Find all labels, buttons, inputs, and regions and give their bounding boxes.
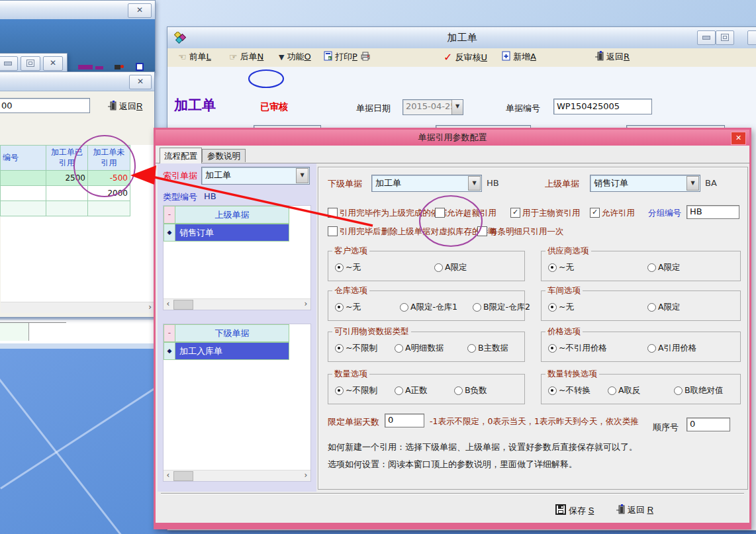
list-item[interactable]: ◆ 销售订单 bbox=[164, 224, 310, 242]
radio-label[interactable]: A限定 bbox=[445, 262, 467, 273]
scrollbar-thumb[interactable] bbox=[173, 471, 193, 481]
checkbox-ref-once-per-line[interactable] bbox=[477, 226, 487, 236]
scroll-right-icon[interactable]: › bbox=[301, 299, 310, 310]
column-header[interactable]: 加工单已引用 bbox=[46, 146, 88, 171]
radio-label[interactable]: A明细数据 bbox=[405, 343, 444, 354]
radio-option[interactable] bbox=[434, 263, 443, 272]
radio-label[interactable]: A限定-仓库1 bbox=[410, 302, 457, 313]
radio-option[interactable] bbox=[335, 386, 344, 395]
radio-option[interactable] bbox=[335, 344, 344, 353]
radio-option[interactable] bbox=[400, 303, 408, 312]
table-row[interactable] bbox=[1, 201, 130, 216]
close-icon[interactable]: ✕ bbox=[129, 75, 152, 89]
return-button[interactable]: 返回 R bbox=[612, 504, 657, 517]
radio-label[interactable]: A限定 bbox=[658, 302, 681, 313]
checkbox-label[interactable]: 用于主物资引用 bbox=[522, 208, 581, 219]
sequence-input[interactable]: 0 bbox=[686, 418, 730, 431]
radio-option[interactable] bbox=[454, 386, 463, 395]
radio-option[interactable] bbox=[548, 386, 557, 395]
radio-label[interactable]: ~无 bbox=[559, 262, 574, 273]
radio-label[interactable]: B限定-仓库2 bbox=[483, 302, 530, 313]
scroll-right-icon[interactable]: › bbox=[301, 470, 310, 481]
checkbox-main-material-ref[interactable]: ✓ bbox=[510, 208, 520, 218]
minimize-icon[interactable] bbox=[697, 30, 716, 45]
unaudit-button[interactable]: ✓ 反审核U bbox=[444, 51, 487, 64]
list-item[interactable]: ◆ 加工入库单 bbox=[164, 342, 310, 360]
radio-label[interactable]: A限定 bbox=[658, 262, 681, 273]
radio-label[interactable]: ~不引用价格 bbox=[559, 343, 607, 354]
radio-label[interactable]: A取反 bbox=[618, 385, 641, 396]
amount-input[interactable]: 00 bbox=[0, 98, 90, 113]
table-row[interactable]: 2000 bbox=[1, 186, 130, 201]
radio-label[interactable]: A正数 bbox=[405, 385, 428, 396]
column-header[interactable]: 编号 bbox=[1, 146, 46, 171]
radio-option[interactable] bbox=[674, 386, 683, 395]
radio-label[interactable]: ~无 bbox=[346, 302, 361, 313]
horizontal-scrollbar[interactable]: › bbox=[1, 302, 154, 313]
radio-option[interactable] bbox=[548, 263, 557, 272]
radio-label[interactable]: ~不转换 bbox=[559, 385, 591, 396]
close-icon[interactable]: ✕ bbox=[43, 56, 63, 71]
radio-option[interactable] bbox=[647, 303, 656, 312]
return-button[interactable]: 返回R bbox=[104, 100, 146, 113]
radio-label[interactable]: B取绝对值 bbox=[685, 385, 724, 396]
radio-option[interactable] bbox=[608, 386, 616, 395]
next-doc-button[interactable]: ☞ 后单N bbox=[229, 51, 263, 63]
chevron-down-icon[interactable]: ▼ bbox=[451, 100, 463, 114]
radio-option[interactable] bbox=[647, 263, 656, 272]
scrollbar-thumb[interactable] bbox=[173, 300, 193, 310]
horizontal-scrollbar[interactable]: ‹ › bbox=[164, 470, 310, 481]
prev-doc-button[interactable]: ☜ 前单L bbox=[178, 51, 211, 63]
checkbox-label[interactable]: 引用完毕作为上级完成的依据 bbox=[340, 208, 448, 219]
checkbox-allow-ref[interactable]: ✓ bbox=[590, 208, 600, 218]
upper-doc-item[interactable]: 销售订单 bbox=[175, 224, 289, 242]
checkbox-label[interactable]: 每条明细只引用一次 bbox=[489, 226, 564, 238]
checkbox-ref-complete-basis[interactable] bbox=[328, 208, 338, 218]
radio-option[interactable] bbox=[473, 303, 481, 312]
print-button[interactable]: 打印P bbox=[324, 51, 371, 63]
checkbox-label[interactable]: 允许引用 bbox=[602, 208, 635, 219]
column-header[interactable]: 加工单未引用 bbox=[88, 146, 130, 171]
radio-option[interactable] bbox=[395, 386, 403, 395]
scroll-left-icon[interactable]: ‹ bbox=[164, 299, 173, 310]
group-no-input[interactable]: HB bbox=[686, 205, 739, 219]
radio-label[interactable]: ~不限制 bbox=[346, 343, 377, 354]
close-icon[interactable]: ✕ bbox=[128, 3, 152, 18]
checkbox-label[interactable]: 引用完毕后删除上级单据对虚拟库存的影响 bbox=[340, 226, 497, 238]
return-button[interactable]: 返回R bbox=[595, 51, 630, 63]
radio-option[interactable] bbox=[395, 344, 403, 353]
scroll-left-icon[interactable]: ‹ bbox=[164, 470, 173, 481]
minimize-icon[interactable] bbox=[0, 56, 18, 71]
collapse-cell[interactable]: - bbox=[164, 324, 175, 342]
chevron-down-icon[interactable]: ▼ bbox=[296, 168, 308, 183]
checkbox-allow-excess-ref[interactable] bbox=[435, 208, 445, 218]
scroll-right-icon[interactable]: › bbox=[148, 302, 152, 312]
radio-label[interactable]: ~无 bbox=[559, 302, 574, 313]
dialog-titlebar[interactable]: 单据引用参数配置 bbox=[156, 130, 749, 146]
radio-label[interactable]: B负数 bbox=[465, 385, 487, 396]
radio-label[interactable]: A引用价格 bbox=[658, 343, 697, 354]
radio-option[interactable] bbox=[548, 344, 557, 353]
radio-option[interactable] bbox=[335, 303, 344, 312]
collapse-cell[interactable]: - bbox=[164, 206, 175, 224]
doc-no-input[interactable]: WP150425005 bbox=[553, 99, 652, 114]
function-menu-button[interactable]: ▼ 功能O bbox=[279, 51, 311, 63]
checkbox-label[interactable]: 允许超额引用 bbox=[447, 208, 496, 219]
date-dropdown[interactable]: 2015-04-25 ▼ bbox=[402, 99, 463, 115]
chevron-down-icon[interactable]: ▼ bbox=[686, 176, 699, 191]
add-new-button[interactable]: 新增A bbox=[502, 51, 536, 63]
radio-label[interactable]: B主数据 bbox=[478, 343, 508, 354]
radio-label[interactable]: ~无 bbox=[346, 262, 361, 273]
close-icon[interactable]: ✕ bbox=[731, 132, 746, 145]
printer-icon[interactable] bbox=[360, 52, 371, 63]
radio-label[interactable]: ~不限制 bbox=[346, 385, 377, 396]
table-row[interactable]: 2500 -500 bbox=[1, 171, 130, 186]
radio-option[interactable] bbox=[467, 344, 476, 353]
limit-days-input[interactable]: 0 bbox=[385, 414, 424, 427]
save-button[interactable]: 保存 S bbox=[551, 504, 598, 517]
radio-option[interactable] bbox=[335, 263, 344, 272]
restore-icon[interactable] bbox=[716, 30, 734, 45]
upper-doc-select[interactable]: 销售订单 ▼ bbox=[590, 175, 700, 192]
lower-doc-select[interactable]: 加工单 ▼ bbox=[371, 175, 482, 192]
lower-doc-item[interactable]: 加工入库单 bbox=[175, 342, 289, 360]
